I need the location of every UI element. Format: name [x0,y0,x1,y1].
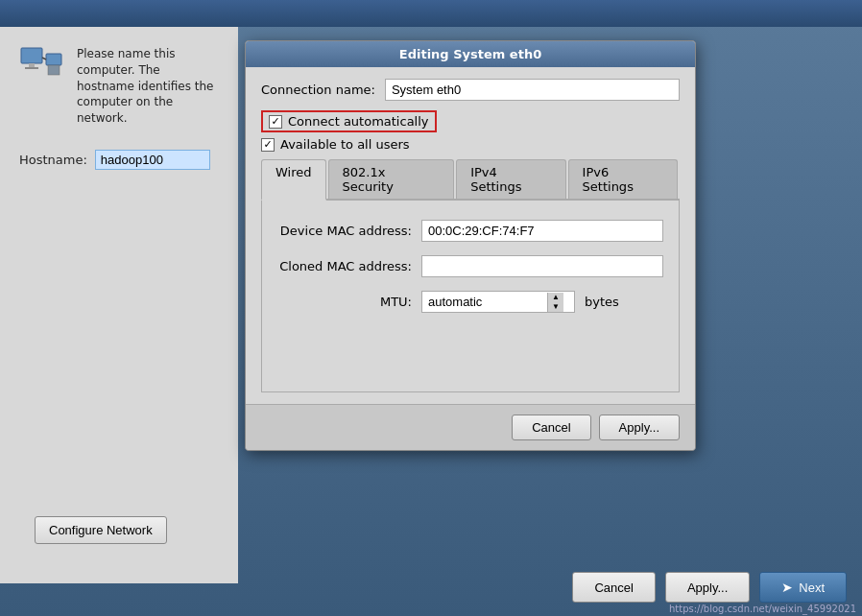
svg-rect-1 [29,63,35,67]
device-mac-label: Device MAC address: [277,224,412,238]
network-desc: Please name this computer. The hostname … [77,46,219,127]
available-to-all-users-row: Available to all users [261,137,680,152]
tab-ipv6-settings[interactable]: IPv6 Settings [568,159,678,199]
dialog-apply-button[interactable]: Apply... [599,415,680,440]
mtu-spinner: ▲ ▼ [547,293,563,312]
mtu-input[interactable] [422,292,547,312]
cloned-mac-input[interactable] [421,255,663,277]
left-panel-content: Please name this computer. The hostname … [19,46,219,170]
bottom-apply-button[interactable]: Apply... [665,572,750,603]
url-bar: https://blog.csdn.net/weixin_45992021 [663,602,862,616]
hostname-input[interactable] [95,150,210,170]
dialog-cancel-button[interactable]: Cancel [512,415,590,440]
mtu-spinner-down-button[interactable]: ▼ [548,302,563,312]
cloned-mac-label: Cloned MAC address: [277,259,412,273]
tab-8021x-security[interactable]: 802.1x Security [328,159,455,199]
next-arrow-icon: ➤ [781,580,793,595]
device-mac-input[interactable] [421,220,663,242]
connect-automatically-label: Connect automatically [288,114,429,129]
dialog-body: Connection name: Connect automatically A… [246,67,695,404]
mtu-input-wrap: ▲ ▼ [421,291,575,313]
left-panel: Please name this computer. The hostname … [0,27,238,583]
next-button[interactable]: ➤ Next [759,572,847,603]
connect-automatically-row: Connect automatically [261,110,437,132]
connection-name-input[interactable] [385,79,680,101]
svg-line-5 [42,58,46,59]
os-top-bar [0,0,862,27]
svg-rect-2 [25,67,38,69]
bottom-cancel-button[interactable]: Cancel [572,572,655,603]
network-icon [19,46,65,84]
mtu-label: MTU: [277,295,412,309]
configure-network-button[interactable]: Configure Network [35,516,167,544]
connection-name-row: Connection name: [261,79,680,101]
network-icon-row: Please name this computer. The hostname … [19,46,219,127]
svg-rect-0 [21,48,42,63]
connection-name-label: Connection name: [261,83,375,97]
mtu-spinner-up-button[interactable]: ▲ [548,293,563,302]
dialog-title: Editing System eth0 [246,41,695,67]
tab-bar: Wired 802.1x Security IPv4 Settings IPv6… [261,159,680,201]
tabs-area: Wired 802.1x Security IPv4 Settings IPv6… [261,159,680,392]
tab-content-wired: Device MAC address: Cloned MAC address: … [261,201,680,392]
next-button-label: Next [799,580,825,595]
tab-wired[interactable]: Wired [261,159,326,201]
tab-ipv4-settings[interactable]: IPv4 Settings [456,159,565,199]
bottom-nav: Cancel Apply... ➤ Next [572,572,847,603]
hostname-label: Hostname: [19,153,87,167]
svg-rect-3 [46,54,61,65]
editing-dialog: Editing System eth0 Connection name: Con… [245,40,696,451]
mtu-row: MTU: ▲ ▼ bytes [277,291,663,313]
cloned-mac-row: Cloned MAC address: [277,255,663,277]
checkboxes-wrap: Connect automatically Available to all u… [261,110,680,152]
mtu-bytes-label: bytes [585,295,619,309]
connect-automatically-checkbox[interactable] [269,115,282,129]
device-mac-row: Device MAC address: [277,220,663,242]
dialog-footer: Cancel Apply... [246,404,695,450]
available-to-all-users-label: Available to all users [280,137,410,152]
hostname-row: Hostname: [19,150,219,170]
svg-rect-4 [48,65,60,75]
available-to-all-users-checkbox[interactable] [261,138,275,152]
